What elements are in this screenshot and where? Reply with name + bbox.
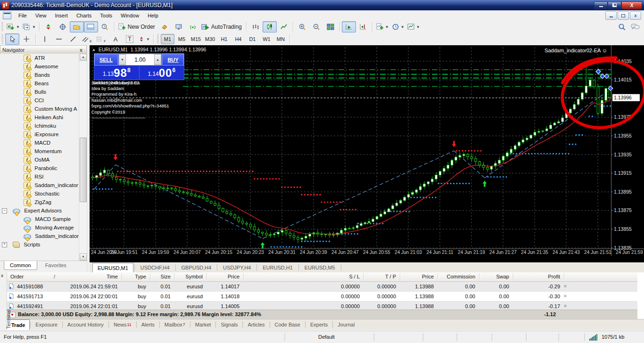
timeframe-button-h4[interactable]: H4 — [231, 34, 245, 44]
trendline-tool-button[interactable] — [66, 33, 80, 45]
sell-button[interactable]: SELL — [94, 54, 118, 65]
navigator-tab-common[interactable]: Common — [4, 261, 37, 270]
terminal-tab-articles[interactable]: Articles — [243, 319, 269, 330]
timeframe-button-w1[interactable]: W1 — [260, 34, 273, 44]
expand-box-icon[interactable]: + — [2, 242, 7, 247]
column-header-symbol[interactable]: Symbol — [185, 274, 203, 279]
crosshair-tool-button[interactable] — [19, 33, 33, 45]
nav-item-bands[interactable]: ƒ Bands — [0, 71, 79, 79]
nav-item-zigzag[interactable]: ƒ ZigZag — [0, 198, 79, 206]
chart-tab-usdjpy-h4[interactable]: USDJPY,H4 — [218, 263, 256, 272]
chart-restore-button[interactable] — [618, 11, 629, 20]
menu-item-tools[interactable]: Tools — [96, 11, 116, 20]
nav-item-saddam-indicator[interactable]: Saddam_indicator — [0, 232, 79, 240]
nav-item-custom-moving-a[interactable]: ƒ Custom Moving A — [0, 105, 79, 113]
nav-item-bears[interactable]: ƒ Bears — [0, 79, 79, 88]
scrollbar-thumb[interactable] — [80, 138, 87, 202]
column-header-price[interactable]: Price — [228, 274, 239, 279]
nav-item-saddam-indicator[interactable]: ƒ Saddam_indicator — [0, 181, 79, 189]
minimize-button[interactable] — [594, 1, 608, 9]
order-row[interactable]: 4415917132019.06.24 22:00:01buy0.01eurus… — [7, 292, 637, 302]
scroll-up-icon[interactable]: ▲ — [80, 54, 87, 61]
navigator-scrollbar[interactable]: ▲ ▼ — [79, 54, 87, 261]
profiles-button[interactable]: ▼ — [21, 21, 37, 33]
menu-item-charts[interactable]: Charts — [72, 11, 96, 20]
nav-item-momentum[interactable]: ƒ Momentum — [0, 147, 79, 155]
periods-button[interactable]: ▼ — [390, 21, 406, 33]
menu-item-file[interactable]: File — [14, 11, 31, 20]
terminal-tab-journal[interactable]: Journal — [333, 319, 359, 330]
column-separator[interactable] — [206, 273, 207, 280]
terminal-close-icon[interactable]: x — [1, 273, 3, 278]
column-header-swap[interactable]: Swap — [496, 274, 509, 279]
line-chart-button[interactable] — [277, 21, 291, 33]
terminal-tab-mailbox[interactable]: Mailbox7 — [160, 319, 190, 330]
new-chart-button[interactable]: ▼ — [5, 21, 21, 33]
column-header-commission[interactable]: Commission — [446, 274, 475, 279]
vertical-line-tool-button[interactable] — [38, 33, 52, 45]
close-order-icon[interactable]: × — [564, 284, 567, 289]
menu-item-help[interactable]: Help — [143, 11, 163, 20]
timeframe-button-h1[interactable]: H1 — [217, 34, 231, 44]
fibonacci-tool-button[interactable]: F — [94, 33, 108, 45]
buy-button[interactable]: BUY — [162, 54, 184, 65]
timeframe-button-m1[interactable]: M1 — [161, 34, 174, 44]
chart-minimize-button[interactable] — [605, 11, 617, 20]
horizontal-line-tool-button[interactable] — [52, 33, 66, 45]
terminal-tab-code-base[interactable]: Code Base — [271, 319, 305, 330]
nav-item-awesome[interactable]: ƒ Awesome — [0, 62, 79, 71]
terminal-tab-alerts[interactable]: Alerts — [137, 319, 159, 330]
virtual-hosting-button[interactable] — [172, 21, 186, 33]
chart-close-button[interactable]: x — [630, 11, 641, 20]
status-profile[interactable]: Default — [318, 334, 335, 340]
menu-item-view[interactable]: View — [31, 11, 51, 20]
navigator-tab-favorites[interactable]: Favorites — [40, 261, 72, 270]
chart-tab-gbpusd-h4[interactable]: GBPUSD,H4 — [177, 263, 216, 272]
channel-tool-button[interactable]: E — [80, 33, 94, 45]
close-order-icon[interactable]: × — [564, 294, 567, 299]
collapse-icon[interactable]: ▲ — [92, 48, 96, 52]
text-tool-button[interactable]: A — [108, 33, 123, 45]
chart-shift-button[interactable] — [356, 21, 370, 33]
nav-item-iexposure[interactable]: ƒ iExposure — [0, 130, 79, 139]
nav-group-expert-advisors[interactable]: − Expert Advisors — [0, 206, 79, 215]
timeframe-button-d1[interactable]: D1 — [246, 34, 259, 44]
new-order-button[interactable]: New Order — [116, 21, 157, 33]
column-header-order[interactable]: Order — [10, 274, 24, 279]
terminal-toggle-button[interactable] — [84, 21, 98, 33]
column-separator[interactable] — [174, 273, 175, 280]
nav-item-rsi[interactable]: ƒ RSI — [0, 172, 79, 181]
nav-item-bulls[interactable]: ƒ Bulls — [0, 88, 79, 96]
close-button[interactable]: X — [621, 1, 642, 9]
tile-windows-button[interactable] — [323, 21, 338, 33]
zoom-in-button[interactable] — [295, 21, 309, 33]
terminal-tab-signals[interactable]: Signals — [216, 319, 242, 330]
chart-tab-eurusd-m5[interactable]: EURUSD,M5 — [300, 263, 340, 272]
column-separator[interactable] — [363, 273, 364, 280]
column-separator[interactable] — [122, 273, 122, 280]
volume-increase-button[interactable]: ▲ — [154, 54, 161, 65]
terminal-tab-exposure[interactable]: Exposure — [31, 319, 61, 330]
signals-button[interactable] — [186, 21, 200, 33]
column-separator[interactable] — [564, 273, 564, 280]
column-header-t-p[interactable]: T / P — [385, 274, 396, 279]
nav-item-macd[interactable]: ƒ MACD — [0, 139, 79, 147]
column-header-profit[interactable]: Profit — [548, 274, 560, 279]
autotrading-button[interactable]: AutoTrading — [200, 21, 244, 33]
timeframe-button-m15[interactable]: M15 — [189, 34, 203, 44]
column-separator[interactable] — [479, 273, 479, 280]
timeframe-button-m30[interactable]: M30 — [203, 34, 217, 44]
column-header-type[interactable]: Type — [135, 274, 146, 279]
column-header-price[interactable]: Price — [422, 274, 434, 279]
column-separator[interactable] — [400, 273, 400, 280]
column-separator[interactable] — [438, 273, 438, 280]
column-separator[interactable] — [243, 273, 244, 280]
menu-item-insert[interactable]: Insert — [50, 11, 72, 20]
nav-item-parabolic[interactable]: ƒ Parabolic — [0, 164, 79, 172]
volume-decrease-button[interactable]: ▼ — [119, 54, 126, 65]
nav-item-heiken-ashi[interactable]: ƒ Heiken Ashi — [0, 113, 79, 122]
nav-group-scripts[interactable]: + Scripts — [0, 240, 79, 249]
navigator-toggle-button[interactable] — [70, 21, 84, 33]
text-label-tool-button[interactable]: T — [123, 33, 137, 45]
terminal-tab-account-history[interactable]: Account History — [63, 319, 108, 330]
